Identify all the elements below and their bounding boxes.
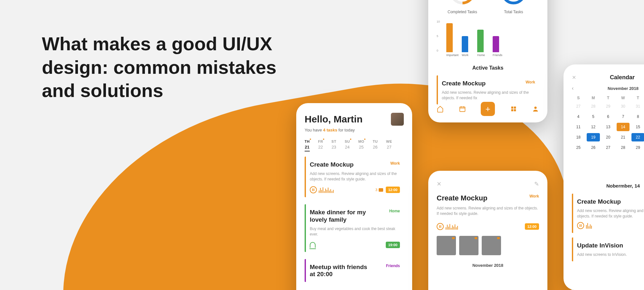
cal-day[interactable]: 22 [631, 133, 644, 141]
tab-bar: + [437, 102, 539, 116]
cal-day[interactable]: 20 [602, 133, 615, 141]
svg-rect-9 [511, 109, 513, 111]
weekday-st[interactable]: ST23 [331, 140, 336, 150]
donut-completed: 75% Completed Tasks [448, 0, 477, 14]
task-title: Meetup with friends at 20:00 [310, 264, 374, 278]
cal-day[interactable]: 30 [617, 102, 630, 111]
cal-day[interactable]: 19 [587, 133, 600, 141]
task-tag: Work [390, 161, 400, 166]
cal-day-head: T [631, 96, 644, 100]
bar-label: Important [446, 53, 453, 57]
time-badge: 12:00 [525, 223, 539, 230]
weekday-mo[interactable]: MO25 [358, 140, 365, 150]
user-icon[interactable] [532, 105, 539, 112]
time-badge: 12:00 [386, 187, 400, 193]
tasks-subtitle: You have 4 tasks for today [305, 128, 404, 132]
cal-day[interactable]: 7 [617, 112, 630, 121]
cal-day[interactable]: 15 [631, 123, 644, 131]
week-strip[interactable]: TH21FR22ST23SU24MO25TU26WE27 [305, 140, 404, 150]
cal-day[interactable]: 29 [602, 102, 615, 111]
cal-day[interactable]: 27 [602, 143, 615, 152]
task-tag: Home [389, 209, 400, 213]
cal-day[interactable]: 6 [602, 112, 615, 121]
close-icon[interactable]: ✕ [572, 74, 576, 81]
task-desc: Add new screens. Review aligning and siz… [442, 90, 535, 101]
cal-day[interactable]: 12 [587, 123, 600, 131]
bell-icon[interactable] [310, 242, 316, 248]
cal-day[interactable]: 28 [587, 102, 600, 111]
cal-day[interactable]: 21 [617, 133, 630, 141]
svg-rect-10 [514, 109, 516, 111]
pause-icon[interactable] [437, 223, 444, 230]
bar-important [446, 23, 453, 52]
thumb-image[interactable] [437, 236, 456, 255]
chevron-left-icon[interactable]: ‹ [572, 85, 573, 91]
task-title: Create Mockup [310, 161, 354, 169]
close-icon[interactable]: ✕ [437, 180, 441, 188]
calendar-grid[interactable]: SMTWTFS272829303112456789101112131415161… [572, 96, 644, 152]
active-tasks-heading: Active Tasks [437, 65, 539, 71]
phone-stats: 75% Completed Tasks 58/64 Total Tasks 10… [428, 0, 547, 122]
task-desc: Add new screens. Review aligning and siz… [577, 208, 644, 219]
cal-day[interactable]: 27 [572, 102, 585, 111]
weekday-fr[interactable]: FR22 [318, 140, 323, 150]
cal-day[interactable]: 28 [617, 143, 630, 152]
weekday-we[interactable]: WE27 [386, 140, 392, 150]
cal-day[interactable]: 11 [572, 123, 585, 131]
add-button[interactable]: + [481, 102, 495, 116]
task-card-home[interactable]: Make dinner for my lovely family Home Bu… [305, 204, 404, 252]
cal-day[interactable]: 31 [631, 102, 644, 111]
thumb-image[interactable] [482, 236, 501, 255]
donut-total: 58/64 Total Tasks [499, 0, 528, 14]
cal-day[interactable]: 29 [631, 143, 644, 152]
task-title: Create Mockup [437, 194, 488, 202]
bar-label: Home [477, 53, 484, 57]
donut-label: Completed Tasks [448, 10, 477, 14]
cal-day[interactable]: 8 [631, 112, 644, 121]
task-desc: Add new screens. Review aligning and siz… [437, 206, 539, 217]
weekday-th[interactable]: TH21 [305, 140, 310, 150]
task-title: Create Mockup [577, 198, 641, 206]
task-tag: Work [526, 80, 535, 84]
task-card[interactable]: Create Mockup Work Add new screens. Revi… [437, 75, 539, 104]
grid-icon[interactable] [510, 105, 517, 112]
time-badge: 19:00 [386, 242, 400, 248]
task-card[interactable]: Update InVision Add new screens to InVis… [572, 237, 644, 261]
edit-icon[interactable]: ✎ [534, 180, 539, 188]
avatar[interactable] [391, 113, 404, 126]
calendar-icon[interactable] [459, 105, 466, 112]
greeting-title: Hello, Martin [305, 114, 363, 125]
thumb-image[interactable] [459, 236, 478, 255]
cal-day[interactable]: 25 [572, 143, 585, 152]
bar-work [462, 36, 468, 52]
svg-rect-8 [514, 107, 516, 109]
task-desc: Add new screens to InVision. [577, 252, 644, 257]
task-title: Make dinner for my lovely family [310, 209, 374, 224]
month-label: November 2018 [437, 263, 539, 268]
cal-day[interactable]: 4 [572, 112, 585, 121]
svg-point-4 [503, 0, 525, 3]
cal-day[interactable]: 14 [617, 123, 630, 131]
task-title: Create Mockup [442, 80, 486, 87]
calendar-title: Calendar [576, 74, 644, 81]
attachment-count: 3 [375, 188, 383, 192]
bar-label: Work [462, 53, 468, 57]
pause-icon[interactable] [577, 222, 584, 229]
cal-day[interactable]: 13 [602, 123, 615, 131]
task-card-friends[interactable]: Meetup with friends at 20:00 Friends [305, 259, 404, 282]
cal-day[interactable]: 26 [587, 143, 600, 152]
phone-calendar: ✕ Calendar ‹ November 2018 › SMTWTFS2728… [564, 64, 644, 290]
page-headline: What makes a good UI/UX design: common m… [42, 32, 299, 102]
cal-day[interactable]: 5 [587, 112, 600, 121]
task-title: Update InVision [577, 242, 641, 249]
cal-day[interactable]: 18 [572, 133, 585, 141]
weekday-tu[interactable]: TU26 [373, 140, 378, 150]
calendar-month: November 2018 [608, 86, 639, 91]
pause-icon[interactable] [310, 186, 317, 193]
donut-label: Total Tasks [499, 10, 528, 14]
weekday-su[interactable]: SU24 [345, 140, 350, 150]
task-card-work[interactable]: Create Mockup Work Add new screens. Revi… [305, 157, 404, 197]
folder-icon [379, 188, 383, 192]
home-icon[interactable] [437, 105, 444, 112]
task-card[interactable]: Create Mockup Add new screens. Review al… [572, 194, 644, 233]
